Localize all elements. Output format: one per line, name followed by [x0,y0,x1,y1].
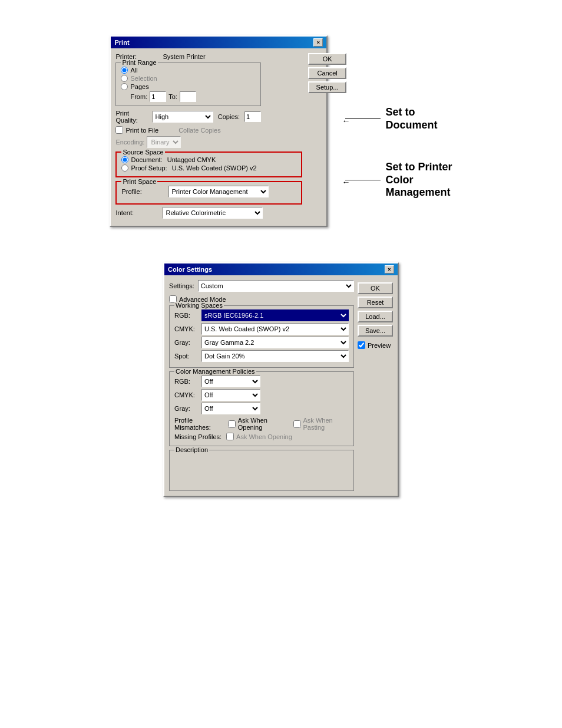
ask-opening-label: Ask When Opening [238,417,286,431]
ask-opening-checkbox[interactable] [228,420,236,428]
radio-selection-row: Selection [121,75,256,82]
working-spaces-group: Working Spaces RGB: sRGB IEC61966-2.1 CM… [169,305,354,368]
print-titlebar: Print × [111,37,326,48]
preview-row: Preview [358,341,393,349]
print-to-file-label: Print to File [125,127,158,134]
print-dialog-title: Print [114,39,129,46]
intent-select[interactable]: Relative Colorimetric [163,207,263,219]
to-label: To: [168,93,177,100]
cs-titlebar: Color Settings × [164,263,398,275]
print-section: Print × Printer: System Printer Print Ra [110,35,452,227]
cs-body: Settings: Custom Advanced Mode [164,275,398,496]
quality-select[interactable]: High [153,111,213,123]
encoding-select[interactable]: Binary [147,136,181,148]
radio-proof-setup[interactable] [121,164,128,172]
profile-select[interactable]: Printer Color Management [168,186,269,197]
radio-pages[interactable] [121,83,128,90]
document-value: Untagged CMYK [167,156,216,163]
policy-rgb-label: RGB: [174,378,199,385]
print-close-button[interactable]: × [313,38,323,47]
intent-label: Intent: [115,209,163,216]
printer-value: System Printer [163,53,205,60]
cmyk-row: CMYK: U.S. Web Coated (SWOP) v2 [174,323,349,335]
print-to-file-checkbox[interactable] [115,126,123,134]
description-label: Description [174,446,209,453]
proof-setup-value: U.S. Web Coated (SWOP) v2 [172,164,257,172]
cs-cmyk-label: CMYK: [174,325,199,332]
copies-label: Copies: [218,113,240,120]
intent-row: Intent: Relative Colorimetric [115,207,302,219]
cs-buttons: OK Reset Load... Save... Preview [358,280,393,351]
print-range-group: Print Range All Selection [115,62,261,106]
policy-gray-row: Gray: Off [174,403,349,414]
cs-close-button[interactable]: × [385,265,394,274]
policy-cmyk-label: CMYK: [174,391,199,398]
radio-selection-label: Selection [130,75,157,82]
cs-ok-button[interactable]: OK [358,282,393,294]
missing-ask-checkbox[interactable] [226,433,234,440]
cs-rgb-select[interactable]: sRGB IEC61966-2.1 [201,309,349,321]
cs-spot-label: Spot: [174,353,199,360]
cs-dialog-title: Color Settings [168,266,212,273]
ok-button[interactable]: OK [308,53,346,65]
encoding-label: Encoding: [115,139,144,146]
to-input[interactable] [180,91,196,102]
print-space-group-label: Print Space [121,178,157,185]
quality-copies-row: Print Quality: High Copies: [115,110,261,124]
radio-all[interactable] [121,67,128,74]
print-dialog: Print × Printer: System Printer Print Ra [110,35,328,227]
spot-row: Spot: Dot Gain 20% [174,350,349,362]
missing-profiles-label: Missing Profiles: [174,433,222,440]
cs-settings-row: Settings: Custom [169,280,354,292]
policy-rgb-select[interactable]: Off [201,375,260,387]
annotation-printer: Set to PrinterColorManagement [385,161,452,199]
print-range-label: Print Range [121,59,157,66]
policy-cmyk-row: CMYK: Off [174,389,349,401]
cs-spot-select[interactable]: Dot Gain 20% [201,350,349,362]
annotation-document: Set toDocument [385,106,437,131]
description-group: Description [169,450,354,491]
cs-reset-button[interactable]: Reset [358,297,393,308]
source-space-group: Source Space Document: Untagged CMYK Pro… [115,151,302,177]
from-label: From: [130,93,147,100]
radio-document[interactable] [121,156,128,163]
source-space-label: Source Space [121,149,164,156]
radio-pages-label: Pages [130,83,148,90]
profile-mismatches-row: Profile Mismatches: Ask When Opening Ask… [174,417,349,431]
preview-label: Preview [368,342,391,349]
setup-button[interactable]: Setup... [308,81,346,93]
color-settings-dialog: Color Settings × Settings: Custom [163,262,399,497]
profile-mismatches-label: Profile Mismatches: [174,417,223,431]
cs-cmyk-select[interactable]: U.S. Web Coated (SWOP) v2 [201,323,349,335]
copies-input[interactable] [244,111,261,122]
cs-save-button[interactable]: Save... [358,325,393,337]
encoding-row: Encoding: Binary [115,136,308,148]
missing-profiles-row: Missing Profiles: Ask When Opening [174,433,349,440]
from-input[interactable] [150,91,166,102]
profile-label: Profile: [121,188,168,195]
cancel-button[interactable]: Cancel [308,67,346,79]
policy-cmyk-select[interactable]: Off [201,389,260,401]
proof-setup-row: Proof Setup: U.S. Web Coated (SWOP) v2 [121,164,296,172]
preview-checkbox[interactable] [358,341,365,349]
cs-settings-select[interactable]: Custom [198,280,354,292]
ask-pasting-checkbox[interactable] [293,420,301,428]
radio-selection[interactable] [121,75,128,82]
cs-gray-select[interactable]: Gray Gamma 2.2 [201,337,349,348]
rgb-row: RGB: sRGB IEC61966-2.1 [174,309,349,321]
color-mgmt-label: Color Management Policies [174,368,256,375]
document-row: Document: Untagged CMYK [121,156,296,163]
quality-label: Print Quality: [115,110,147,124]
cs-load-button[interactable]: Load... [358,311,393,322]
radio-pages-row: Pages [121,83,256,90]
profile-row: Profile: Printer Color Management [121,186,296,197]
cs-gray-label: Gray: [174,339,199,346]
from-to-row: From: To: [130,91,256,102]
radio-all-row: All [121,67,256,74]
page-container: Print × Printer: System Printer Print Ra [0,12,562,521]
cs-rgb-label: RGB: [174,312,199,319]
policy-gray-label: Gray: [174,405,199,412]
ask-pasting-label: Ask When Pasting [303,417,349,431]
print-file-row: Print to File Collate Copies [115,126,261,134]
policy-gray-select[interactable]: Off [201,403,260,414]
